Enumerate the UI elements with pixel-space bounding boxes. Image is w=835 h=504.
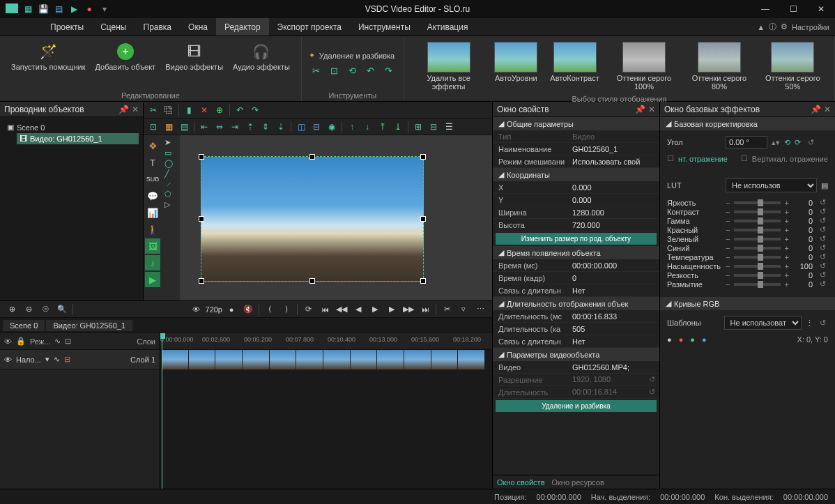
tl-step-fwd-icon[interactable]: ▶: [384, 303, 399, 316]
wizard-button[interactable]: 🪄Запустить помощник: [7, 39, 89, 90]
shape-tool-icon[interactable]: ⬠: [164, 190, 178, 199]
tl-split-icon[interactable]: ✂: [439, 303, 454, 316]
slider-8[interactable]: [734, 274, 780, 277]
info-icon[interactable]: ⓘ: [769, 22, 776, 32]
timeline-tracks[interactable]: 0:00:00.00000:02.60000:05.20000:07.80000…: [160, 333, 492, 489]
play-tool-icon[interactable]: ▷: [164, 200, 178, 209]
add-object-button[interactable]: +Добавить объект: [91, 39, 160, 90]
settings-label[interactable]: Настройки: [792, 23, 829, 31]
fx-section-rgb[interactable]: ◢ Кривые RGB: [660, 297, 835, 310]
slider-2[interactable]: [734, 220, 780, 222]
person-tool-icon[interactable]: 🚶: [145, 222, 160, 237]
slider-4[interactable]: [734, 238, 780, 240]
tl-mark-in-icon[interactable]: ⟨: [262, 303, 277, 316]
reset-8-icon[interactable]: ↺: [817, 270, 828, 280]
tl-zoom-icon[interactable]: 🔍: [54, 303, 70, 316]
props-tab-2[interactable]: Окно ресурсов: [551, 478, 604, 487]
menu-scenes[interactable]: Сцены: [92, 18, 135, 36]
close-button[interactable]: ✕: [807, 0, 835, 18]
tl-go-start-icon[interactable]: ⏮: [317, 303, 332, 316]
qa-record-icon[interactable]: ●: [84, 3, 95, 15]
props-pin-icon[interactable]: 📌: [635, 105, 645, 114]
reset-4-icon[interactable]: ↺: [817, 234, 828, 243]
fx-pin-icon[interactable]: 📌: [811, 105, 821, 114]
help-icon[interactable]: ▲: [757, 23, 765, 31]
align-r-icon[interactable]: ⇥: [228, 120, 242, 134]
slider-3[interactable]: [734, 229, 780, 231]
menu-activation[interactable]: Активация: [419, 18, 477, 36]
reset-5-icon[interactable]: ↺: [817, 243, 828, 252]
angle-reset-icon[interactable]: ↺: [805, 138, 816, 147]
style-autolevels[interactable]: АвтоУровни: [490, 39, 542, 93]
qa-save-icon[interactable]: 💾: [38, 3, 49, 15]
reset-9-icon[interactable]: ↺: [817, 280, 828, 289]
tl-go-end-icon[interactable]: ⏭: [418, 303, 433, 316]
reset-res-icon[interactable]: ↺: [649, 375, 655, 384]
slider-9[interactable]: [734, 283, 780, 286]
move-tool-icon[interactable]: ✥: [145, 138, 160, 153]
reset-1-icon[interactable]: ↺: [817, 207, 828, 216]
menu-export[interactable]: Экспорт проекта: [269, 18, 350, 36]
align-c-icon[interactable]: ⇔: [213, 120, 227, 134]
tl-tab-scene[interactable]: Scene 0: [3, 320, 45, 331]
section-video[interactable]: ◢ Параметры видеообъекта: [493, 348, 659, 361]
style-remove-all[interactable]: Удалить все эффекты: [411, 39, 487, 93]
scissors-icon[interactable]: ✂: [146, 103, 160, 117]
video-tool-icon[interactable]: ▶: [145, 272, 160, 287]
reset-2-icon[interactable]: ↺: [817, 216, 828, 225]
group-icon[interactable]: ⊞: [411, 120, 425, 134]
maximize-button[interactable]: ☐: [779, 0, 807, 18]
playhead[interactable]: [162, 333, 162, 489]
settings-gear-icon[interactable]: ⚙: [781, 22, 788, 31]
audio-tool-icon[interactable]: ♪: [145, 255, 160, 270]
polyline-tool-icon[interactable]: ⟋: [164, 180, 178, 188]
select-all-icon[interactable]: ⊡: [146, 120, 160, 134]
ellipse-tool-icon[interactable]: ◯: [164, 159, 178, 168]
select-icon[interactable]: ▦: [162, 120, 176, 134]
tl-mute-icon[interactable]: 🔇: [240, 303, 256, 316]
qa-play-icon[interactable]: ▶: [68, 3, 79, 15]
fx-section-basic[interactable]: ◢ Базовая корректировка: [660, 117, 835, 130]
tl-marker-icon[interactable]: ▿: [456, 303, 471, 316]
reset-3-icon[interactable]: ↺: [817, 225, 828, 234]
qa-doc-icon[interactable]: ▤: [53, 3, 64, 15]
align-t-icon[interactable]: ⇡: [243, 120, 257, 134]
align-l-icon[interactable]: ⇤: [197, 120, 211, 134]
vflip-checkbox[interactable]: Вертикал. отражение: [752, 155, 828, 163]
chat-tool-icon[interactable]: 💬: [145, 188, 160, 204]
rect-tool-icon[interactable]: ▭: [164, 148, 178, 158]
menu-editor[interactable]: Редактор: [216, 18, 269, 36]
templates-reset-icon[interactable]: ↺: [818, 319, 828, 328]
props-close-icon[interactable]: ✕: [648, 105, 655, 114]
delete-icon[interactable]: ✕: [197, 103, 211, 117]
tree-scene[interactable]: ▣Scene 0: [4, 121, 139, 133]
style-gray80[interactable]: Оттенки серого 80%: [684, 39, 753, 93]
cut-split-label[interactable]: Удаление и разбивка: [319, 52, 394, 60]
cut-icon[interactable]: ✂: [309, 63, 324, 78]
menu-edit[interactable]: Правка: [135, 18, 181, 36]
reset-6-icon[interactable]: ↺: [817, 252, 828, 261]
slider-6[interactable]: [734, 256, 780, 259]
undo-icon[interactable]: ↶: [233, 103, 247, 117]
redo-icon[interactable]: ↷: [248, 103, 262, 117]
text-tool-icon[interactable]: T: [145, 155, 160, 170]
tree-video-item[interactable]: 🎞Видео: GH012560_1: [17, 133, 139, 144]
slider-1[interactable]: [734, 211, 780, 213]
image-tool-icon[interactable]: 🖼: [145, 238, 160, 254]
down-icon[interactable]: ↓: [360, 120, 374, 134]
style-gray100[interactable]: Оттенки серого 100%: [608, 39, 681, 93]
reset-7-icon[interactable]: ↺: [817, 261, 828, 270]
qa-dropdown-icon[interactable]: ▾: [99, 3, 110, 15]
menu-tools[interactable]: Инструменты: [350, 18, 419, 36]
pointer-tool-icon[interactable]: ➤: [164, 138, 178, 147]
hflip-checkbox[interactable]: нт. отражение: [678, 155, 728, 163]
style-gray50[interactable]: Оттенки серого 50%: [758, 39, 827, 93]
layers-icon[interactable]: ☰: [442, 120, 456, 134]
tl-fit-icon[interactable]: ⦾: [38, 303, 53, 316]
align-b-icon[interactable]: ⇣: [274, 120, 288, 134]
props-tab-1[interactable]: Окно свойств: [497, 478, 544, 487]
crop-icon[interactable]: ⊡: [327, 63, 342, 78]
trim-icon[interactable]: ⟲: [345, 63, 360, 78]
dist-v-icon[interactable]: ⊟: [309, 120, 323, 134]
style-autocontrast[interactable]: АвтоКонтраст: [546, 39, 603, 93]
